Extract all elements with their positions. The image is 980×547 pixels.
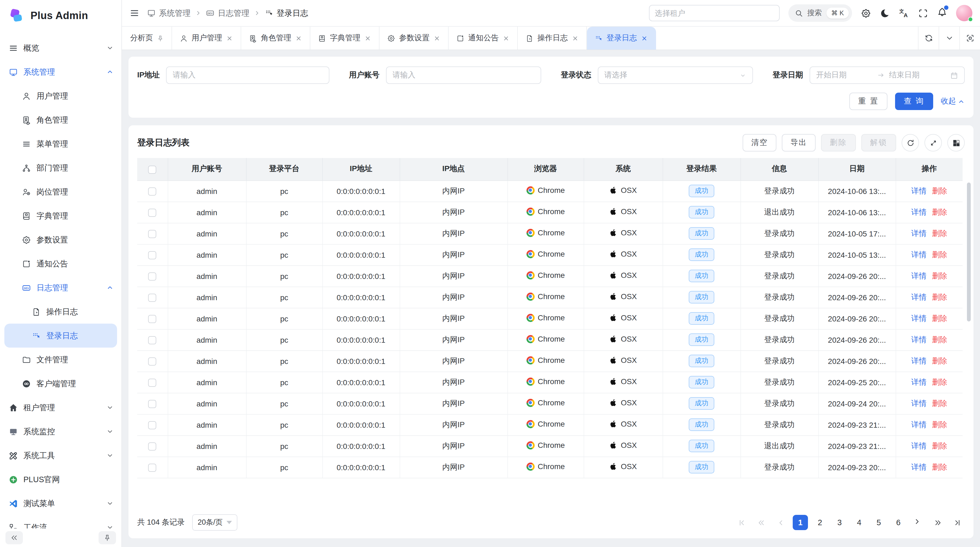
- next-10-pages-button[interactable]: [930, 515, 945, 530]
- close-tab-icon[interactable]: [433, 35, 441, 41]
- tab-登录日志[interactable]: 登录日志: [587, 27, 656, 49]
- detail-link[interactable]: 详情: [912, 186, 927, 195]
- export-button[interactable]: 导出: [782, 134, 816, 152]
- query-button[interactable]: 查 询: [895, 92, 933, 110]
- detail-link[interactable]: 详情: [912, 399, 927, 407]
- expand-table-button[interactable]: [924, 134, 942, 152]
- detail-link[interactable]: 详情: [912, 420, 927, 429]
- fullscreen-icon[interactable]: [918, 8, 928, 18]
- column-settings-button[interactable]: [947, 134, 965, 152]
- delete-link[interactable]: 删除: [932, 250, 947, 258]
- refresh-table-button[interactable]: [902, 134, 919, 152]
- detail-link[interactable]: 详情: [912, 377, 927, 386]
- delete-link[interactable]: 删除: [932, 420, 947, 429]
- close-tab-icon[interactable]: [364, 35, 371, 41]
- tab-分析页[interactable]: 分析页: [122, 27, 172, 49]
- row-checkbox[interactable]: [148, 357, 156, 365]
- sidebar-item-gear[interactable]: 参数设置: [0, 228, 121, 252]
- row-checkbox[interactable]: [148, 209, 156, 217]
- sidebar-item-dept[interactable]: 部门管理: [0, 156, 121, 180]
- last-page-button[interactable]: [950, 515, 965, 530]
- row-checkbox[interactable]: [148, 251, 156, 259]
- detail-link[interactable]: 详情: [912, 441, 927, 450]
- delete-link[interactable]: 删除: [932, 271, 947, 280]
- delete-link[interactable]: 删除: [932, 207, 947, 216]
- detail-link[interactable]: 详情: [912, 250, 927, 258]
- tab-角色管理[interactable]: 角色管理: [241, 27, 310, 49]
- sidebar-item-user[interactable]: 用户管理: [0, 84, 121, 108]
- collapse-sidebar-button[interactable]: [5, 531, 23, 544]
- page-size-select[interactable]: 20条/页: [192, 514, 237, 531]
- notifications-bell[interactable]: [937, 7, 947, 19]
- page-2-button[interactable]: 2: [812, 515, 827, 530]
- next-page-button[interactable]: [910, 515, 926, 530]
- first-page-button[interactable]: [734, 515, 749, 530]
- sidebar-item-tools[interactable]: 系统工具: [0, 443, 121, 467]
- breadcrumb-item[interactable]: 系统管理: [147, 8, 191, 18]
- sidebar-item-role[interactable]: 角色管理: [0, 108, 121, 132]
- sidebar-item-dev[interactable]: DEV日志管理: [0, 276, 121, 300]
- sidebar-item-home[interactable]: 租户管理: [0, 395, 121, 419]
- detail-link[interactable]: 详情: [912, 228, 927, 237]
- tab-通知公告[interactable]: 通知公告: [449, 27, 518, 49]
- sidebar-item-client[interactable]: 客户端管理: [0, 372, 121, 395]
- detail-link[interactable]: 详情: [912, 314, 927, 322]
- sidebar-item-loginlog[interactable]: 登录日志: [4, 324, 117, 348]
- prev-10-pages-button[interactable]: [754, 515, 769, 530]
- sidebar-item-post[interactable]: 岗位管理: [0, 180, 121, 204]
- breadcrumb-item[interactable]: DEV日志管理: [206, 8, 249, 18]
- close-tab-icon[interactable]: [295, 35, 302, 41]
- sidebar-item-display[interactable]: 系统监控: [0, 419, 121, 443]
- detail-link[interactable]: 详情: [912, 462, 927, 471]
- delete-link[interactable]: 删除: [932, 377, 947, 386]
- detail-link[interactable]: 详情: [912, 271, 927, 280]
- sidebar-item-folder[interactable]: 文件管理: [0, 348, 121, 372]
- filter-input-IP地址[interactable]: 请输入: [166, 67, 329, 84]
- breadcrumb-item[interactable]: 登录日志: [265, 8, 308, 18]
- page-4-button[interactable]: 4: [851, 515, 867, 530]
- tenant-select-input[interactable]: [649, 5, 780, 21]
- tab-menu-button[interactable]: [939, 27, 959, 49]
- delete-link[interactable]: 删除: [932, 462, 947, 471]
- delete-link[interactable]: 删除: [932, 356, 947, 365]
- page-5-button[interactable]: 5: [871, 515, 886, 530]
- sidebar-item-plus[interactable]: PLUS官网: [0, 467, 121, 491]
- content-fullscreen-button[interactable]: [959, 27, 980, 49]
- pin-sidebar-button[interactable]: [99, 531, 116, 544]
- row-checkbox[interactable]: [148, 293, 156, 302]
- detail-link[interactable]: 详情: [912, 207, 927, 216]
- sidebar-item-notice[interactable]: 通知公告: [0, 252, 121, 276]
- refresh-tab-button[interactable]: [918, 27, 939, 49]
- page-6-button[interactable]: 6: [891, 515, 906, 530]
- close-tab-icon[interactable]: [503, 35, 510, 41]
- tab-操作日志[interactable]: 操作日志: [518, 27, 587, 49]
- row-checkbox[interactable]: [148, 273, 156, 281]
- close-tab-icon[interactable]: [226, 35, 233, 41]
- row-checkbox[interactable]: [148, 230, 156, 238]
- row-checkbox[interactable]: [148, 400, 156, 408]
- pin-icon[interactable]: [157, 35, 164, 41]
- delete-link[interactable]: 删除: [932, 292, 947, 301]
- collapse-filter-link[interactable]: 收起: [941, 96, 965, 106]
- filter-select-登录状态[interactable]: 请选择: [598, 67, 753, 84]
- row-checkbox[interactable]: [148, 442, 156, 451]
- filter-daterange-登录日期[interactable]: 开始日期结束日期: [810, 67, 965, 84]
- delete-link[interactable]: 删除: [932, 399, 947, 407]
- delete-link[interactable]: 删除: [932, 335, 947, 343]
- sidebar-item-menu[interactable]: 菜单管理: [0, 132, 121, 156]
- delete-button[interactable]: 删除: [821, 134, 856, 152]
- select-all-checkbox[interactable]: [148, 165, 156, 174]
- prev-page-button[interactable]: [773, 515, 788, 530]
- detail-link[interactable]: 详情: [912, 292, 927, 301]
- row-checkbox[interactable]: [148, 187, 156, 196]
- row-checkbox[interactable]: [148, 336, 156, 344]
- sidebar-item-vscode[interactable]: 测试菜单: [0, 491, 121, 515]
- row-checkbox[interactable]: [148, 421, 156, 429]
- row-checkbox[interactable]: [148, 464, 156, 472]
- sidebar-item-monitor[interactable]: 系统管理: [0, 60, 121, 84]
- row-checkbox[interactable]: [148, 379, 156, 387]
- row-checkbox[interactable]: [148, 315, 156, 323]
- detail-link[interactable]: 详情: [912, 356, 927, 365]
- detail-link[interactable]: 详情: [912, 335, 927, 343]
- sidebar-item-oplog[interactable]: 操作日志: [0, 300, 121, 324]
